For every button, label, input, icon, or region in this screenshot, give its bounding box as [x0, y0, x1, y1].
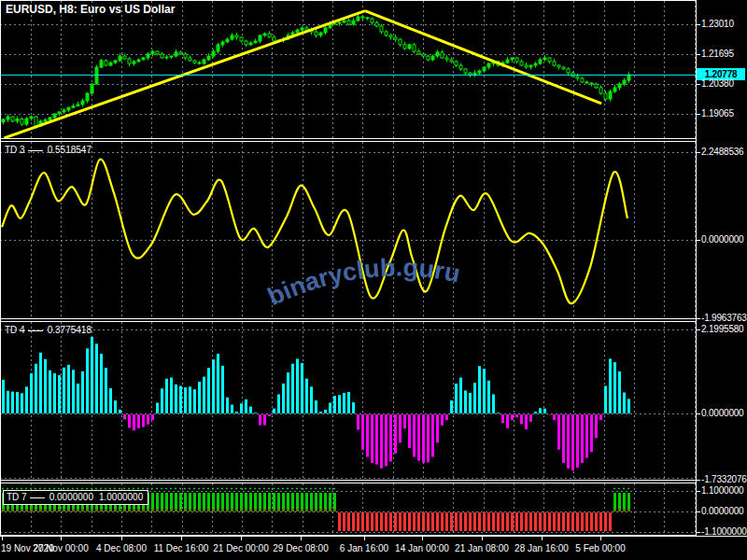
price-scale-label: 1.20380: [701, 78, 734, 89]
td7-value-b: 1.0000000: [99, 492, 143, 502]
time-tick-mark: [2, 537, 3, 540]
time-axis-label: 11 Dec 16:00: [148, 543, 214, 553]
price-scale-label: 1.19065: [701, 108, 734, 119]
time-tick-mark: [241, 537, 242, 540]
td4-bars: [2, 337, 630, 470]
scale-tick-mark: [696, 532, 700, 533]
time-axis-label: 4 Dec 08:00: [89, 543, 154, 553]
scale-tick-mark: [696, 240, 700, 241]
td4-line-sample: [28, 330, 43, 331]
chart-left-border: [0, 0, 1, 536]
time-tick-mark: [181, 537, 182, 540]
scale-tick-mark: [696, 491, 700, 492]
time-tick-mark: [600, 537, 601, 540]
time-axis-label: 21 Jan 08:00: [449, 543, 514, 553]
td7-value-a: 0.0000000: [49, 492, 93, 502]
time-axis-label: 29 Dec 08:00: [268, 543, 333, 553]
time-axis-label: 5 Feb 00:00: [568, 543, 633, 553]
time-tick-mark: [301, 537, 302, 540]
grid: [0, 142, 696, 318]
scale-tick-mark: [696, 24, 700, 25]
price-scale-label: 1.21695: [701, 49, 734, 59]
price-scale-label: 2.2488536: [701, 147, 743, 157]
time-tick-mark: [61, 537, 62, 540]
td4-indicator-pane[interactable]: [0, 321, 696, 481]
td3-value: 0.5518547: [48, 145, 92, 155]
scale-tick-mark: [696, 329, 700, 330]
scale-tick-mark: [696, 152, 700, 153]
price-scale-label: 0.0000000: [701, 234, 743, 245]
scale-tick-mark: [696, 480, 700, 481]
time-tick-mark: [364, 537, 365, 540]
time-axis-label: 28 Jan 16:00: [509, 543, 574, 553]
time-axis-label: 27 Nov 00:00: [28, 543, 93, 553]
price-scale-label: 1.23010: [701, 19, 734, 29]
td7-label: TD 70.00000001.0000000: [3, 490, 148, 505]
price-scale-label: 2.1995580: [701, 324, 743, 334]
td3-name: TD 3: [5, 145, 25, 155]
symbol-title: EURUSD, H8: Euro vs US Dollar: [6, 3, 175, 16]
td4-value: 0.3775418: [48, 325, 92, 335]
price-scale-label: 1.1000000: [701, 485, 743, 496]
scale-tick-mark: [696, 318, 700, 319]
scale-tick-mark: [696, 54, 700, 55]
time-tick-mark: [422, 537, 423, 540]
scale-tick-mark: [696, 84, 700, 85]
td4-name: TD 4: [5, 325, 25, 335]
chart-window: EURUSD, H8: Euro vs US Dollar TD 30.5518…: [0, 0, 747, 560]
price-scale-label: -1.7332076: [701, 474, 747, 484]
candlestick-chart[interactable]: [0, 1, 696, 138]
price-scale-label: 0.0000000: [701, 506, 743, 516]
candles: [2, 14, 630, 128]
time-axis-label: 6 Jan 16:00: [331, 543, 397, 553]
time-tick-mark: [482, 537, 483, 540]
scale-tick-mark: [696, 114, 700, 115]
td7-line-sample: [30, 497, 45, 498]
td4-label: TD 40.3775418: [5, 325, 92, 335]
td4-histogram-chart[interactable]: [0, 322, 696, 480]
time-axis[interactable]: 19 Nov 202027 Nov 00:004 Dec 08:0011 Dec…: [0, 536, 747, 560]
main-price-pane[interactable]: [0, 0, 696, 139]
time-axis-label: 14 Jan 00:00: [389, 543, 455, 553]
time-tick-mark: [121, 537, 122, 540]
scale-tick-mark: [696, 511, 700, 512]
td3-oscillator-line: [2, 160, 627, 304]
scale-tick-mark: [696, 413, 700, 414]
td3-indicator-pane[interactable]: [0, 141, 696, 319]
td7-name: TD 7: [7, 492, 27, 502]
td3-line-sample: [28, 150, 43, 151]
time-axis-label: 21 Dec 00:00: [208, 543, 274, 553]
time-tick-mark: [542, 537, 543, 540]
td3-line-chart[interactable]: [0, 142, 696, 318]
price-scale-label: -1.9963763: [701, 313, 747, 323]
td3-label: TD 30.5518547: [5, 145, 92, 155]
price-scale[interactable]: 1.20778 1.230101.216951.203801.190652.24…: [697, 0, 747, 536]
price-scale-label: 0.0000000: [701, 408, 743, 418]
